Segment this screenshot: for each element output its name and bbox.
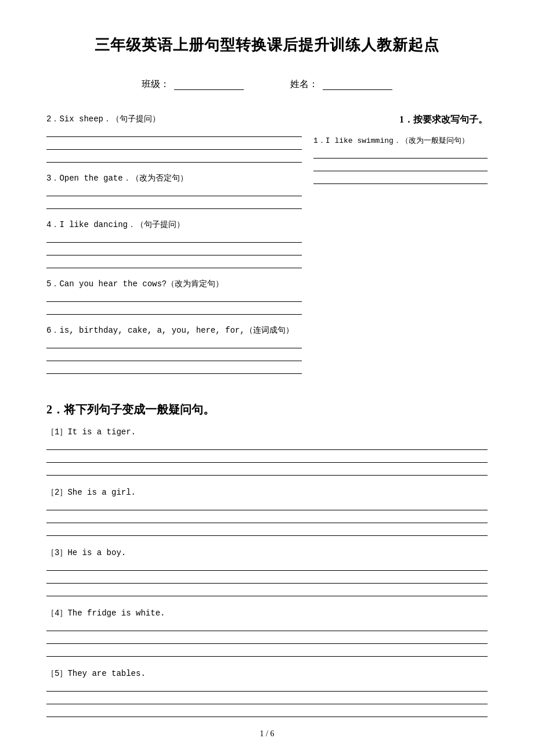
s2-question-2: ［2］She is a girl. [46, 487, 488, 536]
question-text-4: 4．I like dancing．（句子提问） [46, 219, 302, 230]
answer-line [46, 707, 488, 717]
answer-line [46, 646, 488, 657]
answer-line [46, 525, 488, 536]
answer-lines-4 [46, 232, 302, 268]
answer-line [46, 573, 488, 584]
left-column: 2．Six sheep．（句子提问） 3．Open the gate．（改为否定… [46, 114, 302, 384]
answer-line [46, 586, 488, 596]
answer-line [46, 258, 302, 268]
s2-question-3: ［3］He is a boy. [46, 548, 488, 596]
answer-line [46, 363, 302, 374]
answer-line [46, 139, 302, 150]
question-text-6: 6．is, birthday, cake, a, you, here, for,… [46, 325, 302, 336]
answer-line [46, 304, 302, 315]
question-item-6: 6．is, birthday, cake, a, you, here, for,… [46, 325, 302, 374]
page-number: 1 / 6 [260, 729, 275, 738]
answer-line [46, 633, 488, 644]
s2-q-text-4: ［4］The fridge is white. [46, 608, 488, 618]
answer-line [46, 681, 488, 692]
s2-q-text-1: ［1］It is a tiger. [46, 427, 488, 437]
right-question-1: 1．I like swimming．（改为一般疑问句） [313, 135, 488, 184]
question-item-2: 2．Six sheep．（句子提问） [46, 114, 302, 163]
answer-line [46, 186, 302, 196]
answer-line [313, 174, 488, 184]
s2-answer-lines-5 [46, 681, 488, 717]
s2-answer-lines-1 [46, 440, 488, 476]
answer-line [46, 500, 488, 510]
right-answer-lines-1 [313, 148, 488, 184]
answer-line [46, 351, 302, 361]
answer-line [46, 560, 488, 571]
answer-line [46, 245, 302, 255]
answer-lines-5 [46, 291, 302, 315]
answer-line [46, 199, 302, 209]
question-item-3: 3．Open the gate．（改为否定句） [46, 173, 302, 209]
answer-lines-3 [46, 186, 302, 209]
class-field: 班级： [142, 78, 244, 91]
answer-line [313, 148, 488, 159]
name-line [323, 80, 392, 90]
answer-line [46, 127, 302, 137]
answer-line [46, 232, 302, 243]
answer-line [46, 621, 488, 631]
section2: 2．将下列句子变成一般疑问句。 ［1］It is a tiger. ［2］She… [46, 402, 488, 717]
s2-question-5: ［5］They are tables. [46, 668, 488, 717]
answer-line [46, 440, 488, 450]
s2-answer-lines-2 [46, 500, 488, 536]
answer-lines-2 [46, 127, 302, 163]
answer-line [46, 291, 302, 302]
question-text-3: 3．Open the gate．（改为否定句） [46, 173, 302, 183]
right-q-text-1: 1．I like swimming．（改为一般疑问句） [313, 135, 488, 146]
s2-q-text-5: ［5］They are tables. [46, 668, 488, 679]
name-label: 姓名： [290, 78, 318, 91]
right-column: 1．按要求改写句子。 1．I like swimming．（改为一般疑问句） [313, 114, 488, 384]
section2-title: 2．将下列句子变成一般疑问句。 [46, 402, 488, 417]
s2-question-4: ［4］The fridge is white. [46, 608, 488, 657]
class-line [174, 80, 244, 90]
answer-line [313, 161, 488, 171]
s2-answer-lines-3 [46, 560, 488, 596]
section1-title: 1．按要求改写句子。 [313, 114, 488, 126]
class-label: 班级： [142, 78, 169, 91]
question-text-2: 2．Six sheep．（句子提问） [46, 114, 302, 124]
name-field: 姓名： [290, 78, 392, 91]
answer-lines-6 [46, 338, 302, 374]
answer-line [46, 465, 488, 476]
answer-line [46, 452, 488, 463]
page-footer: 1 / 6 [0, 729, 534, 739]
page-title: 三年级英语上册句型转换课后提升训练人教新起点 [46, 35, 488, 55]
question-text-5: 5．Can you hear the cows?（改为肯定句） [46, 279, 302, 289]
s2-q-text-2: ［2］She is a girl. [46, 487, 488, 498]
answer-line [46, 694, 488, 704]
question-item-4: 4．I like dancing．（句子提问） [46, 219, 302, 268]
question-item-5: 5．Can you hear the cows?（改为肯定句） [46, 279, 302, 315]
answer-line [46, 513, 488, 523]
s2-q-text-3: ［3］He is a boy. [46, 548, 488, 558]
answer-line [46, 338, 302, 348]
info-row: 班级： 姓名： [46, 78, 488, 91]
s2-answer-lines-4 [46, 621, 488, 657]
answer-line [46, 152, 302, 163]
s2-question-1: ［1］It is a tiger. [46, 427, 488, 476]
